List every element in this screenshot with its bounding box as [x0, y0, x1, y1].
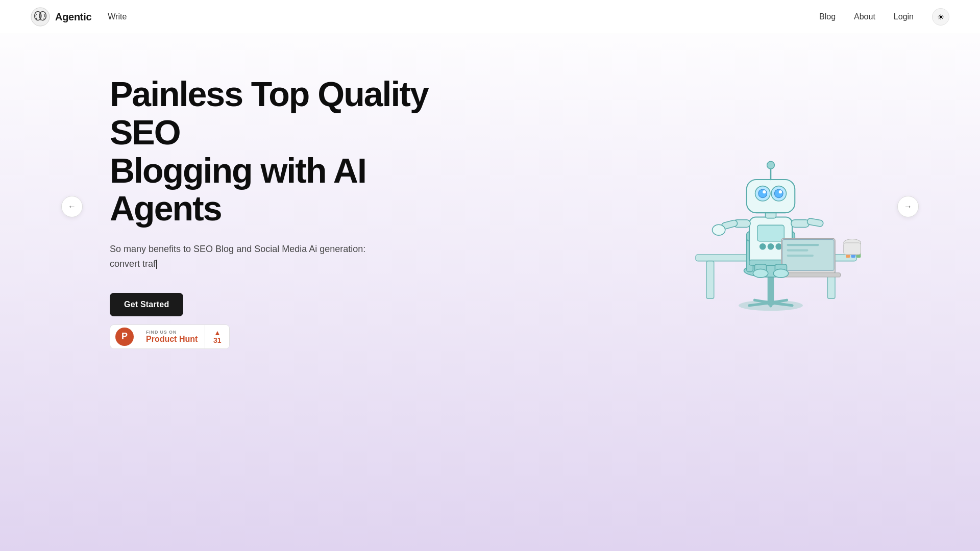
svg-rect-50 [844, 243, 861, 255]
product-hunt-upvote: ▲ 31 [205, 325, 229, 348]
product-hunt-find-text: FIND US ON [146, 330, 198, 335]
svg-point-36 [713, 225, 725, 236]
svg-point-31 [779, 190, 782, 193]
svg-point-33 [767, 162, 775, 169]
cta-area: Get Started P FIND US ON Product Hunt ▲ … [110, 293, 467, 349]
nav-blog-link[interactable]: Blog [819, 12, 836, 21]
arrow-left-icon: ← [68, 202, 76, 211]
svg-rect-43 [787, 249, 808, 252]
svg-rect-38 [807, 218, 824, 227]
upvote-arrow-icon: ▲ [214, 329, 221, 336]
svg-rect-19 [757, 226, 785, 242]
hero-title-line2: Blogging with AI Agents [110, 151, 366, 228]
navbar-left: Agentic Write [31, 7, 127, 27]
product-hunt-info: FIND US ON Product Hunt [139, 325, 205, 348]
logo-icon [31, 7, 50, 27]
text-cursor [156, 260, 157, 269]
product-hunt-name: Product Hunt [146, 335, 198, 344]
svg-point-53 [753, 269, 768, 278]
robot-illustration [664, 105, 878, 319]
logo-link[interactable]: Agentic [31, 7, 91, 27]
logo-text: Agentic [55, 11, 91, 23]
robot-svg [664, 105, 878, 319]
svg-rect-5 [706, 261, 714, 298]
svg-rect-25 [747, 180, 795, 213]
navbar-right: Blog About Login ☀ [819, 8, 949, 26]
carousel-prev-button[interactable]: ← [61, 196, 83, 217]
product-hunt-count: 31 [213, 336, 222, 344]
carousel-next-button[interactable]: → [897, 196, 919, 217]
hero-subtitle-text: So many benefits to SEO Blog and Social … [110, 244, 365, 269]
arrow-right-icon: → [904, 202, 912, 211]
svg-point-20 [760, 243, 766, 250]
navbar: Agentic Write Blog About Login ☀ [0, 0, 980, 34]
sun-icon: ☀ [937, 12, 944, 22]
theme-toggle-button[interactable]: ☀ [932, 8, 949, 26]
svg-point-30 [763, 190, 766, 193]
nav-write-link[interactable]: Write [108, 12, 127, 21]
svg-point-22 [775, 243, 782, 250]
get-started-button[interactable]: Get Started [110, 293, 183, 316]
svg-point-29 [774, 189, 783, 198]
svg-point-28 [758, 189, 767, 198]
hero-section: ← Painless Top Quality SEO Blogging with… [0, 34, 980, 380]
nav-login-link[interactable]: Login [894, 12, 914, 21]
hero-title-line1: Painless Top Quality SEO [110, 74, 428, 152]
svg-rect-44 [787, 255, 814, 257]
hero-content: Painless Top Quality SEO Blogging with A… [110, 75, 467, 349]
nav-about-link[interactable]: About [854, 12, 875, 21]
svg-point-21 [768, 243, 774, 250]
product-hunt-logo: P [115, 328, 134, 346]
svg-rect-42 [787, 244, 819, 246]
product-hunt-badge[interactable]: P FIND US ON Product Hunt ▲ 31 [110, 324, 230, 349]
hero-subtitle: So many benefits to SEO Blog and Social … [110, 242, 375, 271]
svg-point-54 [773, 269, 788, 278]
hero-title: Painless Top Quality SEO Blogging with A… [110, 75, 467, 228]
svg-rect-37 [791, 220, 810, 228]
